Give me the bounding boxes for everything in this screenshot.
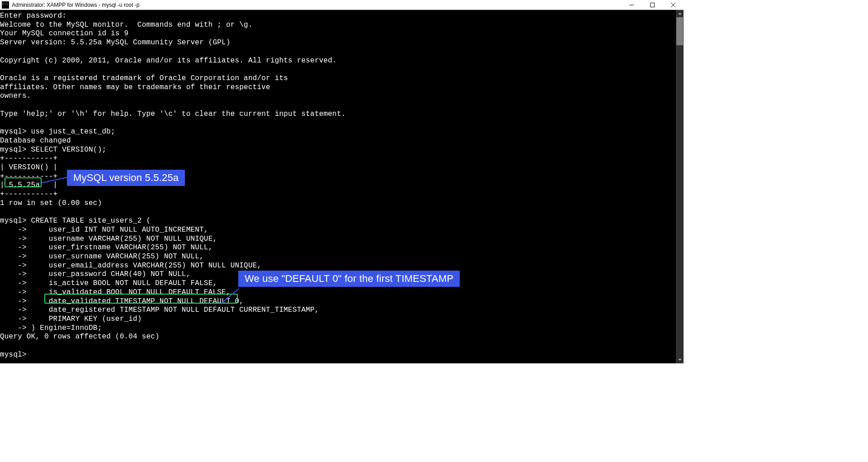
svg-rect-1 [651, 3, 655, 7]
cmd-icon [2, 1, 9, 9]
scroll-up-button[interactable] [676, 10, 684, 17]
scroll-down-button[interactable] [676, 356, 684, 363]
window-title: Administrator: XAMPP for Windows - mysql… [11, 2, 621, 8]
terminal-output: Enter password: Welcome to the MySQL mon… [0, 12, 684, 359]
minimize-button[interactable] [621, 0, 642, 10]
maximize-button[interactable] [642, 0, 663, 10]
titlebar[interactable]: Administrator: XAMPP for Windows - mysql… [0, 0, 684, 10]
terminal-window: Administrator: XAMPP for Windows - mysql… [0, 0, 684, 363]
close-button[interactable] [663, 0, 684, 10]
scrollbar-thumb[interactable] [676, 17, 683, 45]
terminal-body[interactable]: Enter password: Welcome to the MySQL mon… [0, 10, 684, 363]
window-controls [621, 0, 684, 10]
vertical-scrollbar[interactable] [676, 10, 684, 363]
